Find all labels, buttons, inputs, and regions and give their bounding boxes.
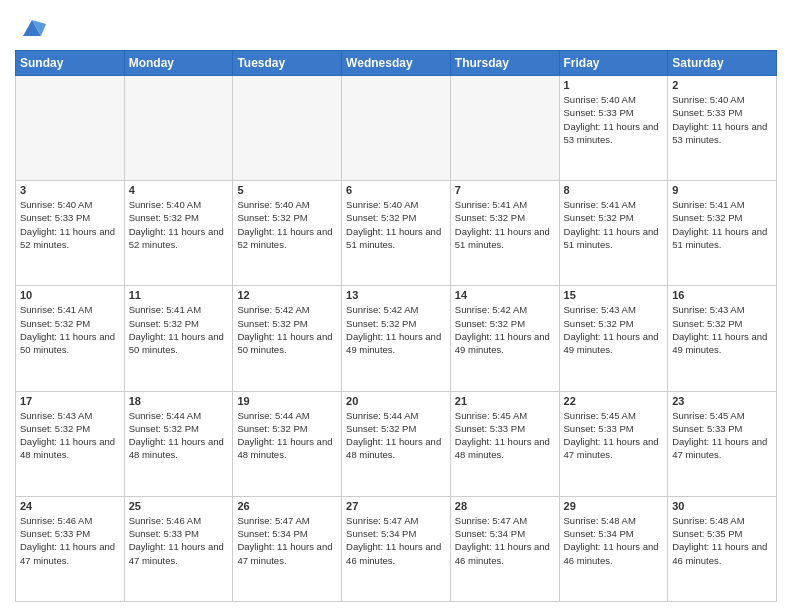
sunrise-label: Sunrise: 5:40 AM bbox=[20, 199, 92, 210]
day-info: Sunrise: 5:43 AM Sunset: 5:32 PM Dayligh… bbox=[20, 409, 120, 462]
sunset-label: Sunset: 5:33 PM bbox=[455, 423, 525, 434]
daylight-label: Daylight: 11 hours and 46 minutes. bbox=[455, 541, 550, 565]
calendar-week-3: 10 Sunrise: 5:41 AM Sunset: 5:32 PM Dayl… bbox=[16, 286, 777, 391]
sunrise-label: Sunrise: 5:43 AM bbox=[564, 304, 636, 315]
sunset-label: Sunset: 5:32 PM bbox=[237, 318, 307, 329]
day-number: 28 bbox=[455, 500, 555, 512]
calendar-header-thursday: Thursday bbox=[450, 51, 559, 76]
sunrise-label: Sunrise: 5:40 AM bbox=[346, 199, 418, 210]
calendar-header-friday: Friday bbox=[559, 51, 668, 76]
sunset-label: Sunset: 5:32 PM bbox=[20, 318, 90, 329]
day-info: Sunrise: 5:45 AM Sunset: 5:33 PM Dayligh… bbox=[564, 409, 664, 462]
day-info: Sunrise: 5:40 AM Sunset: 5:33 PM Dayligh… bbox=[672, 93, 772, 146]
daylight-label: Daylight: 11 hours and 49 minutes. bbox=[564, 331, 659, 355]
daylight-label: Daylight: 11 hours and 48 minutes. bbox=[237, 436, 332, 460]
sunrise-label: Sunrise: 5:44 AM bbox=[129, 410, 201, 421]
calendar-cell: 26 Sunrise: 5:47 AM Sunset: 5:34 PM Dayl… bbox=[233, 496, 342, 601]
sunset-label: Sunset: 5:34 PM bbox=[455, 528, 525, 539]
sunset-label: Sunset: 5:32 PM bbox=[346, 423, 416, 434]
day-info: Sunrise: 5:41 AM Sunset: 5:32 PM Dayligh… bbox=[672, 198, 772, 251]
sunrise-label: Sunrise: 5:43 AM bbox=[672, 304, 744, 315]
day-info: Sunrise: 5:43 AM Sunset: 5:32 PM Dayligh… bbox=[564, 303, 664, 356]
sunrise-label: Sunrise: 5:47 AM bbox=[455, 515, 527, 526]
sunset-label: Sunset: 5:32 PM bbox=[129, 212, 199, 223]
calendar-cell: 19 Sunrise: 5:44 AM Sunset: 5:32 PM Dayl… bbox=[233, 391, 342, 496]
day-number: 6 bbox=[346, 184, 446, 196]
daylight-label: Daylight: 11 hours and 47 minutes. bbox=[237, 541, 332, 565]
daylight-label: Daylight: 11 hours and 52 minutes. bbox=[237, 226, 332, 250]
day-info: Sunrise: 5:40 AM Sunset: 5:33 PM Dayligh… bbox=[564, 93, 664, 146]
day-info: Sunrise: 5:44 AM Sunset: 5:32 PM Dayligh… bbox=[346, 409, 446, 462]
day-number: 18 bbox=[129, 395, 229, 407]
sunrise-label: Sunrise: 5:41 AM bbox=[564, 199, 636, 210]
daylight-label: Daylight: 11 hours and 52 minutes. bbox=[20, 226, 115, 250]
daylight-label: Daylight: 11 hours and 47 minutes. bbox=[20, 541, 115, 565]
day-info: Sunrise: 5:40 AM Sunset: 5:33 PM Dayligh… bbox=[20, 198, 120, 251]
sunset-label: Sunset: 5:32 PM bbox=[20, 423, 90, 434]
calendar-cell: 12 Sunrise: 5:42 AM Sunset: 5:32 PM Dayl… bbox=[233, 286, 342, 391]
sunrise-label: Sunrise: 5:41 AM bbox=[129, 304, 201, 315]
sunrise-label: Sunrise: 5:48 AM bbox=[672, 515, 744, 526]
day-info: Sunrise: 5:41 AM Sunset: 5:32 PM Dayligh… bbox=[20, 303, 120, 356]
daylight-label: Daylight: 11 hours and 47 minutes. bbox=[564, 436, 659, 460]
day-info: Sunrise: 5:41 AM Sunset: 5:32 PM Dayligh… bbox=[564, 198, 664, 251]
sunset-label: Sunset: 5:33 PM bbox=[564, 107, 634, 118]
calendar-cell: 15 Sunrise: 5:43 AM Sunset: 5:32 PM Dayl… bbox=[559, 286, 668, 391]
daylight-label: Daylight: 11 hours and 46 minutes. bbox=[564, 541, 659, 565]
calendar-cell: 17 Sunrise: 5:43 AM Sunset: 5:32 PM Dayl… bbox=[16, 391, 125, 496]
day-number: 20 bbox=[346, 395, 446, 407]
sunrise-label: Sunrise: 5:41 AM bbox=[672, 199, 744, 210]
calendar-cell: 27 Sunrise: 5:47 AM Sunset: 5:34 PM Dayl… bbox=[342, 496, 451, 601]
calendar-cell: 1 Sunrise: 5:40 AM Sunset: 5:33 PM Dayli… bbox=[559, 76, 668, 181]
day-number: 26 bbox=[237, 500, 337, 512]
sunrise-label: Sunrise: 5:47 AM bbox=[237, 515, 309, 526]
day-info: Sunrise: 5:46 AM Sunset: 5:33 PM Dayligh… bbox=[20, 514, 120, 567]
day-info: Sunrise: 5:40 AM Sunset: 5:32 PM Dayligh… bbox=[346, 198, 446, 251]
daylight-label: Daylight: 11 hours and 51 minutes. bbox=[672, 226, 767, 250]
day-number: 29 bbox=[564, 500, 664, 512]
daylight-label: Daylight: 11 hours and 53 minutes. bbox=[564, 121, 659, 145]
sunrise-label: Sunrise: 5:40 AM bbox=[237, 199, 309, 210]
day-info: Sunrise: 5:43 AM Sunset: 5:32 PM Dayligh… bbox=[672, 303, 772, 356]
sunset-label: Sunset: 5:32 PM bbox=[564, 212, 634, 223]
daylight-label: Daylight: 11 hours and 48 minutes. bbox=[129, 436, 224, 460]
daylight-label: Daylight: 11 hours and 50 minutes. bbox=[20, 331, 115, 355]
day-info: Sunrise: 5:47 AM Sunset: 5:34 PM Dayligh… bbox=[346, 514, 446, 567]
day-info: Sunrise: 5:42 AM Sunset: 5:32 PM Dayligh… bbox=[455, 303, 555, 356]
calendar-table: SundayMondayTuesdayWednesdayThursdayFrid… bbox=[15, 50, 777, 602]
sunset-label: Sunset: 5:35 PM bbox=[672, 528, 742, 539]
sunset-label: Sunset: 5:32 PM bbox=[564, 318, 634, 329]
daylight-label: Daylight: 11 hours and 49 minutes. bbox=[672, 331, 767, 355]
daylight-label: Daylight: 11 hours and 47 minutes. bbox=[129, 541, 224, 565]
calendar-cell bbox=[124, 76, 233, 181]
calendar-cell: 23 Sunrise: 5:45 AM Sunset: 5:33 PM Dayl… bbox=[668, 391, 777, 496]
day-number: 2 bbox=[672, 79, 772, 91]
calendar-cell: 10 Sunrise: 5:41 AM Sunset: 5:32 PM Dayl… bbox=[16, 286, 125, 391]
calendar-header-row: SundayMondayTuesdayWednesdayThursdayFrid… bbox=[16, 51, 777, 76]
day-info: Sunrise: 5:41 AM Sunset: 5:32 PM Dayligh… bbox=[129, 303, 229, 356]
sunrise-label: Sunrise: 5:47 AM bbox=[346, 515, 418, 526]
daylight-label: Daylight: 11 hours and 50 minutes. bbox=[129, 331, 224, 355]
day-info: Sunrise: 5:48 AM Sunset: 5:35 PM Dayligh… bbox=[672, 514, 772, 567]
calendar-week-5: 24 Sunrise: 5:46 AM Sunset: 5:33 PM Dayl… bbox=[16, 496, 777, 601]
sunrise-label: Sunrise: 5:42 AM bbox=[455, 304, 527, 315]
calendar-cell: 2 Sunrise: 5:40 AM Sunset: 5:33 PM Dayli… bbox=[668, 76, 777, 181]
day-info: Sunrise: 5:46 AM Sunset: 5:33 PM Dayligh… bbox=[129, 514, 229, 567]
sunset-label: Sunset: 5:32 PM bbox=[129, 318, 199, 329]
sunrise-label: Sunrise: 5:42 AM bbox=[237, 304, 309, 315]
logo bbox=[15, 14, 46, 42]
sunset-label: Sunset: 5:34 PM bbox=[237, 528, 307, 539]
calendar-cell: 25 Sunrise: 5:46 AM Sunset: 5:33 PM Dayl… bbox=[124, 496, 233, 601]
calendar-header-sunday: Sunday bbox=[16, 51, 125, 76]
sunset-label: Sunset: 5:33 PM bbox=[129, 528, 199, 539]
calendar-cell: 18 Sunrise: 5:44 AM Sunset: 5:32 PM Dayl… bbox=[124, 391, 233, 496]
day-number: 11 bbox=[129, 289, 229, 301]
calendar-week-2: 3 Sunrise: 5:40 AM Sunset: 5:33 PM Dayli… bbox=[16, 181, 777, 286]
sunrise-label: Sunrise: 5:44 AM bbox=[237, 410, 309, 421]
calendar-cell: 13 Sunrise: 5:42 AM Sunset: 5:32 PM Dayl… bbox=[342, 286, 451, 391]
day-number: 12 bbox=[237, 289, 337, 301]
daylight-label: Daylight: 11 hours and 46 minutes. bbox=[672, 541, 767, 565]
sunset-label: Sunset: 5:32 PM bbox=[129, 423, 199, 434]
calendar-week-4: 17 Sunrise: 5:43 AM Sunset: 5:32 PM Dayl… bbox=[16, 391, 777, 496]
daylight-label: Daylight: 11 hours and 52 minutes. bbox=[129, 226, 224, 250]
